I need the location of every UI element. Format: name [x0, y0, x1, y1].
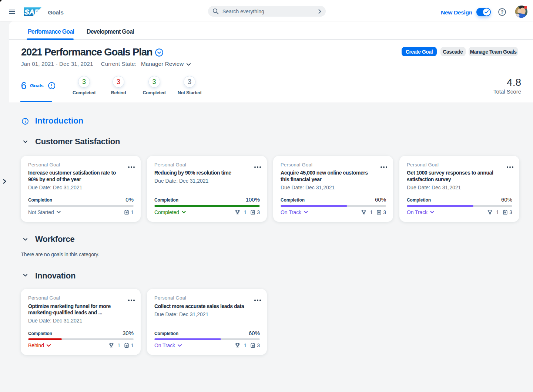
svg-text:?: ? [501, 10, 504, 15]
svg-text:SAP: SAP [24, 8, 40, 16]
